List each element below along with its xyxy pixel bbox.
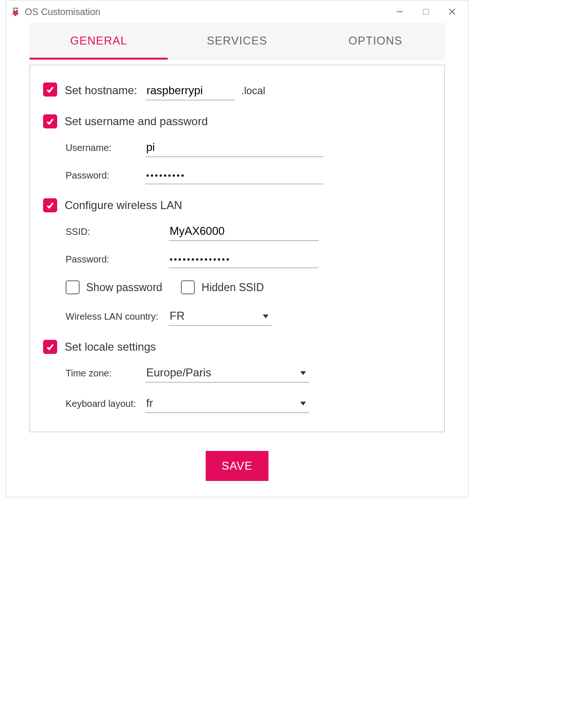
wlan-country-select[interactable]: FR [169, 308, 272, 326]
label-show-password: Show password [86, 281, 162, 294]
maximize-button[interactable] [413, 2, 439, 21]
checkbox-set-hostname[interactable] [43, 82, 57, 97]
row-hidden-ssid: Hidden SSID [181, 280, 264, 294]
hostname-suffix: .local [241, 85, 265, 97]
hostname-input[interactable] [146, 82, 235, 100]
chevron-down-icon [297, 369, 309, 377]
keyboard-layout-value: fr [145, 395, 297, 412]
label-ssid: SSID: [66, 226, 169, 237]
minimize-button[interactable] [387, 2, 413, 21]
timezone-select[interactable]: Europe/Paris [145, 364, 309, 382]
svg-point-7 [15, 14, 17, 16]
label-set-locale: Set locale settings [65, 340, 156, 353]
tab-bar: GENERAL SERVICES OPTIONS [30, 23, 445, 60]
label-password: Password: [66, 170, 145, 181]
section-hostname: Set hostname: .local [43, 82, 431, 100]
general-panel: Set hostname: .local Set username and pa… [30, 65, 445, 432]
tab-options[interactable]: OPTIONS [306, 23, 445, 60]
titlebar: OS Customisation [6, 0, 468, 23]
keyboard-layout-select[interactable]: fr [145, 395, 309, 413]
checkbox-show-password[interactable] [66, 280, 80, 294]
checkbox-set-userpass[interactable] [43, 114, 57, 128]
label-username: Username: [66, 142, 145, 153]
save-button[interactable]: SAVE [206, 451, 268, 481]
wlan-password-input[interactable] [169, 253, 319, 268]
close-button[interactable] [439, 2, 465, 21]
row-show-password: Show password [66, 280, 162, 294]
label-hidden-ssid: Hidden SSID [201, 281, 264, 294]
tab-services[interactable]: SERVICES [168, 23, 306, 60]
svg-rect-9 [424, 9, 429, 15]
ssid-input[interactable] [169, 223, 319, 241]
password-input[interactable] [145, 169, 323, 184]
timezone-value: Europe/Paris [145, 364, 297, 382]
app-icon [11, 7, 20, 16]
wlan-country-value: FR [169, 308, 260, 325]
checkbox-hidden-ssid[interactable] [181, 280, 195, 294]
label-configure-wlan: Configure wireless LAN [65, 199, 182, 212]
svg-point-1 [15, 7, 18, 10]
footer: SAVE [6, 446, 468, 497]
chevron-down-icon [260, 312, 272, 321]
checkbox-set-locale[interactable] [43, 340, 57, 354]
label-timezone: Time zone: [66, 368, 145, 379]
svg-point-5 [13, 13, 15, 15]
svg-marker-13 [300, 371, 306, 375]
os-customisation-window: OS Customisation GENERAL SERVICES OPTION… [6, 0, 469, 497]
username-input[interactable] [145, 139, 323, 157]
section-wlan: Configure wireless LAN SSID: Password: S… [43, 198, 431, 326]
chevron-down-icon [297, 399, 309, 408]
window-title: OS Customisation [25, 7, 387, 17]
section-locale: Set locale settings Time zone: Europe/Pa… [43, 340, 431, 413]
section-userpass: Set username and password Username: Pass… [43, 114, 431, 184]
tab-general[interactable]: GENERAL [30, 23, 168, 60]
svg-marker-14 [300, 402, 306, 405]
label-keyboard-layout: Keyboard layout: [66, 398, 145, 409]
label-wlan-password: Password: [66, 254, 169, 265]
label-set-userpass: Set username and password [65, 115, 208, 128]
svg-point-0 [12, 7, 15, 10]
checkbox-configure-wlan[interactable] [43, 198, 57, 212]
svg-marker-12 [263, 315, 268, 318]
label-set-hostname: Set hostname: [65, 84, 137, 97]
label-wlan-country: Wireless LAN country: [66, 311, 169, 322]
svg-point-6 [16, 13, 18, 15]
